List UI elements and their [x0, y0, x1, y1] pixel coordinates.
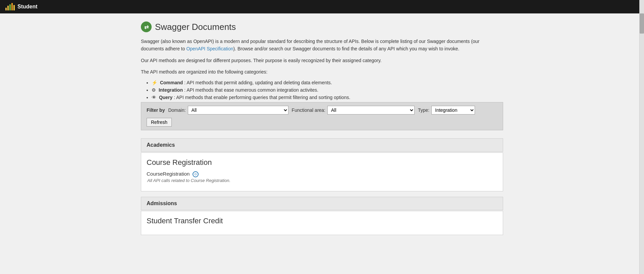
description-paragraph-1: Swagger (also known as OpenAPI) is a mod…	[141, 38, 503, 53]
api-desc-course-registration: All API calls related to Course Registra…	[147, 178, 497, 183]
integration-icon-cat: ⚙	[152, 87, 156, 93]
description-paragraph-3: The API methods are organized into the f…	[141, 68, 503, 76]
command-label: Command	[160, 80, 183, 85]
card-title-student-transfer-credit: Student Transfer Credit	[147, 217, 497, 225]
query-label: Query	[159, 95, 172, 100]
functional-filter-group: Functional area: All	[292, 106, 415, 115]
type-label: Type:	[418, 107, 429, 113]
refresh-button[interactable]: Refresh	[147, 118, 172, 127]
filter-by-label: Filter by	[147, 107, 165, 113]
api-link-course-registration[interactable]: CourseRegistration	[147, 171, 190, 177]
filter-bar: Filter by Domain: All Functional area: A…	[141, 102, 503, 130]
logo-icon	[5, 3, 15, 10]
category-item-integration: ⚙ Integration : API methods that ease nu…	[152, 87, 503, 93]
api-name-course-registration: CourseRegistration ⊙	[147, 171, 199, 177]
category-item-query: 👁 Query : API methods that enable perfor…	[152, 95, 503, 100]
functional-label: Functional area:	[292, 107, 325, 113]
openapi-link[interactable]: OpenAPI Specification	[186, 46, 233, 51]
section-academics: Academics	[141, 138, 503, 152]
command-desc: : API methods that permit adding, updati…	[184, 80, 332, 85]
app-header: Student	[0, 0, 644, 13]
description-paragraph-2: Our API methods are designed for differe…	[141, 57, 503, 64]
page-title-row: ⇄ Swagger Documents	[141, 21, 503, 32]
scrollbar[interactable]	[639, 0, 644, 248]
integration-badge-icon: ⊙	[193, 171, 199, 177]
section-admissions: Admissions	[141, 197, 503, 210]
scrollbar-thumb[interactable]	[640, 13, 644, 34]
query-desc: : API methods that enable performing que…	[174, 95, 350, 100]
swagger-icon: ⇄	[141, 21, 152, 32]
type-select[interactable]: All Command Integration Query	[431, 106, 475, 115]
query-icon: 👁	[152, 95, 156, 100]
categories-list: ⚡ Command : API methods that permit addi…	[141, 80, 503, 100]
main-content: ⇄ Swagger Documents Swagger (also known …	[87, 13, 557, 248]
card-course-registration: Course Registration CourseRegistration ⊙…	[141, 152, 503, 191]
card-student-transfer-credit: Student Transfer Credit	[141, 211, 503, 235]
category-item-command: ⚡ Command : API methods that permit addi…	[152, 80, 503, 85]
domain-select[interactable]: All	[188, 106, 288, 115]
page-title: Swagger Documents	[155, 22, 236, 32]
app-title: Student	[17, 4, 38, 10]
functional-select[interactable]: All	[327, 106, 415, 115]
type-filter-group: Type: All Command Integration Query	[418, 106, 475, 115]
command-icon: ⚡	[152, 80, 157, 85]
integration-label: Integration	[159, 87, 183, 93]
integration-desc: : API methods that ease numerous common …	[184, 87, 318, 93]
card-title-course-registration: Course Registration	[147, 158, 497, 167]
domain-filter-group: Domain: All	[168, 106, 288, 115]
domain-label: Domain:	[168, 107, 185, 113]
api-item-course-registration: CourseRegistration ⊙ All API calls relat…	[147, 171, 497, 183]
logo-area: Student	[5, 3, 38, 10]
